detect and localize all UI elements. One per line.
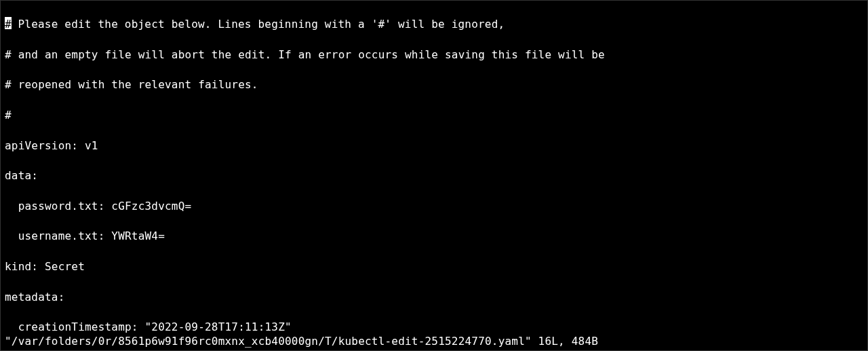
comment-text: Please edit the object below. Lines begi… xyxy=(12,18,505,31)
editor-content[interactable]: # Please edit the object below. Lines be… xyxy=(5,2,863,351)
yaml-data: data: xyxy=(5,168,863,183)
vim-status-bar: "/var/folders/0r/8561p6w91f96rc0mxnx_xcb… xyxy=(5,334,863,349)
yaml-creationtimestamp: creationTimestamp: "2022-09-28T17:11:13Z… xyxy=(5,320,863,335)
yaml-password: password.txt: cGFzc3dvcmQ= xyxy=(5,199,863,214)
yaml-kind: kind: Secret xyxy=(5,259,863,274)
yaml-apiversion: apiVersion: v1 xyxy=(5,138,863,153)
yaml-metadata: metadata: xyxy=(5,290,863,305)
comment-line: # xyxy=(5,108,863,123)
comment-line: # and an empty file will abort the edit.… xyxy=(5,48,863,62)
comment-line: # reopened with the relevant failures. xyxy=(5,77,863,92)
cursor: # xyxy=(5,17,12,29)
yaml-username: username.txt: YWRtaW4= xyxy=(5,229,863,244)
comment-line: # Please edit the object below. Lines be… xyxy=(5,17,863,32)
